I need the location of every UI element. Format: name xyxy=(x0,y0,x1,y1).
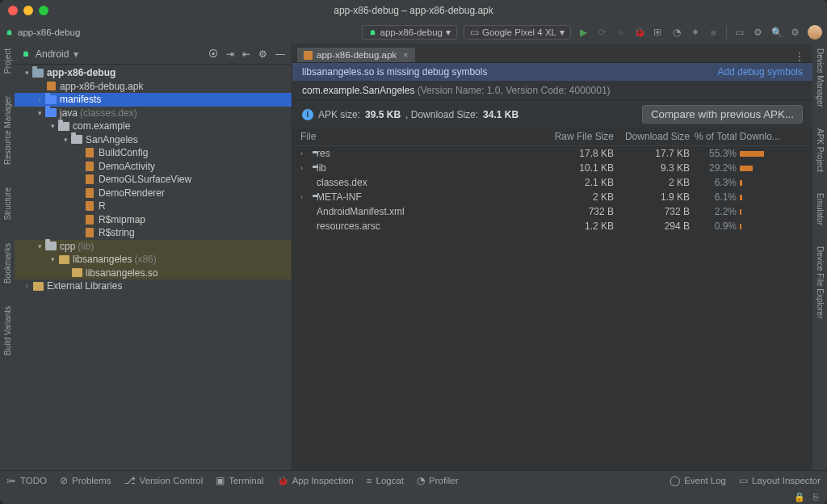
attach-debugger[interactable]: ✶ xyxy=(689,27,701,39)
apk-contents-table[interactable]: File Raw File Size Download Size % of To… xyxy=(292,128,812,470)
settings-icon[interactable]: ⚙ xyxy=(258,48,267,60)
breadcrumb[interactable]: app-x86-debug xyxy=(5,27,80,37)
project-panel-header: Android ▾ ⦿ ⇥ ⇤ ⚙ — xyxy=(15,44,292,65)
indexing-icon[interactable]: ⎘ xyxy=(813,492,819,502)
status-problems[interactable]: ⊘Problems xyxy=(60,475,111,486)
expand-all-icon[interactable]: ⇥ xyxy=(226,48,234,60)
chevron-down-icon: ▾ xyxy=(560,27,565,38)
collapse-all-icon[interactable]: ⇤ xyxy=(242,48,250,60)
left-stripe-build-variants[interactable]: Build Variants xyxy=(3,306,12,355)
col-dl-size[interactable]: Download Size xyxy=(614,131,690,142)
status-label: App Inspection xyxy=(292,476,354,485)
tree-arrow-icon[interactable]: ▾ xyxy=(23,66,31,80)
editor-tab-apk[interactable]: app-x86-debug.apk × xyxy=(297,48,415,62)
status-version-control[interactable]: ⎇Version Control xyxy=(124,475,204,486)
tab-overflow-icon[interactable]: ⋮ xyxy=(787,51,812,62)
left-stripe-structure[interactable]: Structure xyxy=(3,187,12,220)
coverage-button[interactable]: ⛨ xyxy=(652,27,664,39)
col-file[interactable]: File xyxy=(300,131,538,142)
run-config-selector[interactable]: app-x86-debug ▾ xyxy=(362,25,457,40)
tree-arrow-icon[interactable]: › xyxy=(23,279,31,293)
folder-icon xyxy=(71,134,82,145)
tree-label-dim: (lib) xyxy=(78,240,94,254)
tree-item-r-mipmap[interactable]: R$mipmap xyxy=(15,213,292,227)
settings-button[interactable]: ⚙ xyxy=(789,27,801,39)
tree-item-demoactivity[interactable]: DemoActivity xyxy=(15,160,292,174)
tree-arrow-icon[interactable]: › xyxy=(300,193,309,201)
status-terminal[interactable]: ▣Terminal xyxy=(216,475,263,486)
tree-item-sanangeles[interactable]: ▾SanAngeles xyxy=(15,133,292,147)
sync-button[interactable]: ▭ xyxy=(733,27,745,39)
right-stripe-device-manager[interactable]: Device Manager xyxy=(816,48,825,107)
tree-item-r[interactable]: R xyxy=(15,200,292,213)
tree-item-demorenderer[interactable]: DemoRenderer xyxy=(15,187,292,200)
tree-arrow-icon[interactable]: ▾ xyxy=(61,133,69,147)
apk-entry-lib[interactable]: ›lib10.1 KB9.3 KB29.2% xyxy=(292,161,812,175)
status-event-log[interactable]: ◯Event Log xyxy=(670,475,726,486)
right-stripe-apk-project[interactable]: APK Project xyxy=(816,128,825,172)
select-opened-file-icon[interactable]: ⦿ xyxy=(208,48,218,60)
tree-item-cpp[interactable]: ▾cpp(lib) xyxy=(15,240,292,254)
apply-changes-restart[interactable]: ⟳ xyxy=(596,27,608,39)
apply-code-changes[interactable]: ≡ xyxy=(615,27,627,39)
chevron-down-icon[interactable]: ▾ xyxy=(73,48,78,60)
tree-item-demoglsurfaceview[interactable]: DemoGLSurfaceView xyxy=(15,173,292,187)
run-button[interactable]: ▶ xyxy=(577,27,590,39)
tree-arrow-icon[interactable]: ▾ xyxy=(36,107,44,120)
avd-manager[interactable]: ⚙ xyxy=(752,27,764,39)
raw-size: 17.8 KB xyxy=(538,148,614,159)
status-todo[interactable]: ≔TODO xyxy=(6,475,47,486)
tree-item-r-string[interactable]: R$string xyxy=(15,226,292,240)
tree-arrow-icon[interactable]: › xyxy=(300,164,309,172)
class-file-icon xyxy=(84,147,95,158)
tree-item-external-libraries[interactable]: ›External Libraries xyxy=(15,279,292,293)
apk-entry-meta-inf[interactable]: ›META-INF2 KB1.9 KB6.1% xyxy=(292,190,812,204)
tree-arrow-icon[interactable]: › xyxy=(36,93,44,107)
col-pct[interactable]: % of Total Downlo... xyxy=(690,131,803,142)
status-layout-inspector[interactable]: ▭Layout Inspector xyxy=(739,475,821,486)
tree-item-libsanangeles-so[interactable]: libsanangeles.so xyxy=(15,267,292,280)
status-app-inspection[interactable]: 🐞App Inspection xyxy=(277,475,354,486)
tree-item-com-example[interactable]: ▾com.example xyxy=(15,120,292,133)
right-stripe-device-file-explorer[interactable]: Device File Explorer xyxy=(816,246,825,318)
right-stripe-emulator[interactable]: Emulator xyxy=(816,193,825,225)
apk-entry-androidmanifest-xml[interactable]: AndroidManifest.xml732 B732 B2.2% xyxy=(292,204,812,219)
device-selector[interactable]: ▭ Google Pixel 4 XL ▾ xyxy=(464,25,571,40)
left-stripe-resource-manager[interactable]: Resource Manager xyxy=(3,96,12,165)
tree-item-app-x86-debug[interactable]: ▾app-x86-debug xyxy=(15,66,292,80)
tree-item-buildconfig[interactable]: BuildConfig xyxy=(15,146,292,160)
percent: 55.3% xyxy=(690,148,737,159)
profile-button[interactable]: ◔ xyxy=(670,27,682,39)
status-profiler[interactable]: ◔Profiler xyxy=(417,475,458,486)
tree-item-app-x86-debug-apk[interactable]: app-x86-debug.apk xyxy=(15,80,292,94)
left-stripe-project[interactable]: Project xyxy=(3,48,12,74)
status-logcat[interactable]: ≡Logcat xyxy=(367,476,404,485)
hide-icon[interactable]: — xyxy=(275,48,285,60)
debug-button[interactable]: 🐞 xyxy=(633,27,645,39)
lock-icon[interactable]: 🔒 xyxy=(794,492,805,502)
tree-arrow-icon[interactable]: ▾ xyxy=(48,253,57,267)
apk-entry-resources-arsc[interactable]: resources.arsc1.2 KB294 B0.9% xyxy=(292,219,812,233)
user-avatar[interactable] xyxy=(808,25,822,40)
project-view-mode[interactable]: Android xyxy=(36,48,69,60)
dl-size: 732 B xyxy=(614,206,690,217)
tree-item-manifests[interactable]: ›manifests xyxy=(15,93,292,107)
col-raw-size[interactable]: Raw File Size xyxy=(538,131,614,142)
tree-item-java[interactable]: ▾java(classes.dex) xyxy=(15,107,292,120)
close-tab-icon[interactable]: × xyxy=(403,50,408,60)
search-everywhere[interactable]: 🔍 xyxy=(770,27,783,39)
apk-entry-res[interactable]: ›res17.8 KB17.7 KB55.3% xyxy=(292,146,812,161)
tree-item-libsanangeles[interactable]: ▾libsanangeles(x86) xyxy=(15,253,292,267)
left-stripe-bookmarks[interactable]: Bookmarks xyxy=(3,243,12,284)
add-debug-symbols-link[interactable]: Add debug symbols xyxy=(718,66,803,78)
compare-apk-button[interactable]: Compare with previous APK... xyxy=(642,105,803,124)
stop-button[interactable]: ■ xyxy=(707,27,720,39)
apk-entry-classes-dex[interactable]: classes.dex2.1 KB2 KB6.3% xyxy=(292,175,812,190)
folder-icon xyxy=(45,94,57,105)
size-mid: , Download Size: xyxy=(405,109,478,120)
tree-arrow-icon[interactable]: ▾ xyxy=(48,120,57,133)
tree-arrow-icon[interactable]: ▾ xyxy=(36,240,44,254)
tree-label: cpp xyxy=(60,240,75,254)
project-tree[interactable]: ▾app-x86-debugapp-x86-debug.apk›manifest… xyxy=(15,65,292,470)
tree-arrow-icon[interactable]: › xyxy=(300,149,309,158)
